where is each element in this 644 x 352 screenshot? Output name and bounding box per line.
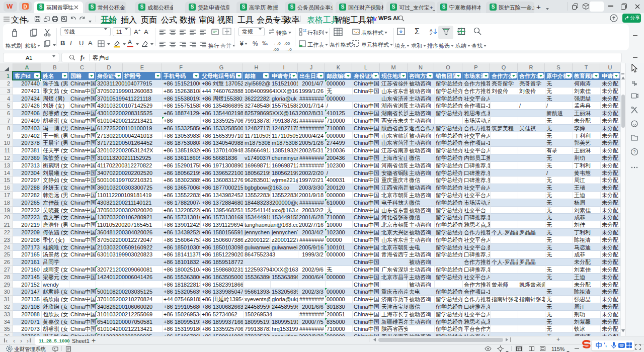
svg-text:Z: Z [430, 32, 432, 36]
svg-text:?: ? [633, 149, 636, 154]
svg-text:1D: 1D [303, 29, 306, 32]
svg-text:D: D [24, 4, 27, 10]
svg-text:W: W [7, 3, 13, 10]
